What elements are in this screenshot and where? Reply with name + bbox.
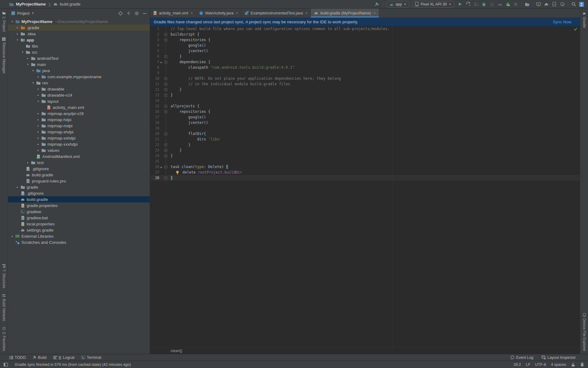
avd-manager-button[interactable] — [550, 1, 558, 8]
expand-arrow-icon[interactable]: ▾ — [20, 51, 25, 54]
close-icon[interactable]: × — [190, 11, 193, 15]
tree-item-main[interactable]: ▾main — [8, 61, 150, 67]
tree-item-gitignore[interactable]: .gitignore — [8, 166, 150, 172]
tree-item-myprojectname[interactable]: ▾MyProjectName~/Documents/MyProjectName — [8, 18, 150, 25]
run-button[interactable] — [456, 1, 464, 8]
fold-cell[interactable]: ⌐ — [164, 55, 168, 58]
expand-arrow-icon[interactable]: ▸ — [15, 26, 20, 29]
toggle-tool-window-bars-icon[interactable] — [4, 363, 8, 366]
profile-button[interactable] — [496, 1, 504, 8]
fold-collapse-icon[interactable]: − — [164, 110, 167, 113]
tool-window-button-event-log[interactable]: Event Log — [510, 355, 533, 360]
stop-button[interactable] — [512, 1, 520, 8]
tree-item-src[interactable]: ▾src — [8, 49, 150, 55]
code-line-15[interactable]: 15−allprojects { — [150, 103, 580, 109]
tree-item-mipmap-mdpi[interactable]: ▸mipmap-mdpi — [8, 123, 150, 129]
tree-item-res[interactable]: ▾res — [8, 80, 150, 86]
expand-arrow-icon[interactable]: ▾ — [10, 20, 15, 23]
attach-debugger-button[interactable] — [504, 1, 512, 8]
tree-item-java[interactable]: ▾java — [8, 67, 150, 74]
expand-arrow-icon[interactable]: ▸ — [36, 87, 41, 90]
tab-build-gradle-myprojectname[interactable]: build.gradle (MyProjectName)× — [311, 9, 379, 17]
tool-button-resource-manager[interactable]: Resource Manager — [2, 35, 6, 76]
tool-button-build-variants[interactable]: Build Variants — [2, 291, 6, 324]
search-everywhere-button[interactable] — [570, 1, 578, 8]
code-line-11[interactable]: 11⌐ // in the individual module build.gr… — [150, 81, 580, 87]
tree-item-mipmap-xxxhdpi[interactable]: ▸mipmap-xxxhdpi — [8, 141, 150, 147]
line-separator[interactable]: LF — [526, 362, 530, 367]
fold-end-icon[interactable]: ⌐ — [164, 55, 167, 58]
apply-code-changes-button[interactable] — [472, 1, 480, 8]
fold-collapse-icon[interactable]: − — [164, 33, 167, 36]
sync-project-gradle-button[interactable] — [542, 1, 550, 8]
fold-end-icon[interactable]: ⌐ — [164, 83, 167, 86]
tool-window-button-layout-inspector[interactable]: Layout Inspector — [541, 355, 576, 360]
tree-item-layout[interactable]: ▾layout — [8, 98, 150, 104]
run-task-icon[interactable]: ▶ — [160, 61, 162, 64]
tree-item-build-gradle[interactable]: build.gradle — [8, 172, 150, 178]
expand-arrow-icon[interactable]: ▾ — [31, 81, 36, 84]
code-line-19[interactable]: 19 — [150, 125, 580, 131]
fold-end-icon[interactable]: ⌐ — [164, 88, 167, 91]
expand-arrow-icon[interactable]: ▾ — [25, 63, 30, 66]
tree-item-proguard-rules-pro[interactable]: proguard-rules.pro — [8, 178, 150, 184]
tree-item-scratches-and-consoles[interactable]: Scratches and Consoles — [8, 239, 150, 245]
fold-cell[interactable]: ⌐ — [164, 149, 168, 152]
run-gutter-icon[interactable]: ▶ — [159, 59, 164, 65]
run-gutter-icon[interactable]: ▶ — [159, 164, 164, 170]
tool-window-button-build[interactable]: Build — [32, 355, 47, 360]
expand-arrow-icon[interactable]: ▾ — [31, 69, 36, 72]
fold-cell[interactable]: − — [164, 61, 168, 63]
indent-style[interactable]: 4 spaces — [551, 362, 566, 367]
tree-item-androidtest[interactable]: ▸androidTest — [8, 55, 150, 61]
tree-item-local-properties[interactable]: local.properties — [8, 221, 150, 227]
tree-item-build-gradle[interactable]: build.gradle — [8, 196, 150, 202]
code-line-16[interactable]: 16− repositories { — [150, 109, 580, 114]
device-manager-button[interactable] — [534, 1, 542, 8]
close-icon[interactable]: × — [374, 11, 376, 15]
fold-cell[interactable]: ⌐ — [164, 155, 168, 157]
tree-item-mipmap-anydpi-v26[interactable]: ▸mipmap-anydpi-v26 — [8, 110, 150, 117]
sdk-manager-button[interactable] — [558, 1, 566, 8]
tool-window-button-todo[interactable]: TODO — [9, 355, 26, 360]
build-project-button[interactable] — [373, 1, 381, 8]
tool-window-button-terminal[interactable]: Terminal — [81, 355, 101, 360]
fold-cell[interactable]: ⌐ — [164, 83, 168, 86]
fold-cell[interactable]: − — [164, 105, 168, 108]
code-line-17[interactable]: 17 google() — [150, 114, 580, 120]
tree-item-libs[interactable]: libs — [8, 43, 150, 49]
run-configuration-select[interactable]: app ▼ — [386, 1, 410, 8]
hide-panel-icon[interactable] — [143, 11, 147, 15]
tree-item-gradlew[interactable]: gradlew — [8, 209, 150, 215]
tree-item-gradlew-bat[interactable]: gradlew.bat — [8, 215, 150, 221]
fold-cell[interactable]: ⌐ — [164, 94, 168, 97]
tree-item-androidmanifest-xml[interactable]: MFAndroidManifest.xml — [8, 153, 150, 159]
tab-mainactivity-java[interactable]: CMainActivity.java× — [196, 9, 241, 17]
code-line-9[interactable]: 9 — [150, 70, 580, 76]
apply-changes-button[interactable]: A — [464, 1, 472, 8]
tree-item-mipmap-hdpi[interactable]: ▸mipmap-hdpi — [8, 117, 150, 123]
tree-item-mipmap-xxhdpi[interactable]: ▸mipmap-xxhdpi — [8, 135, 150, 141]
fold-collapse-icon[interactable]: − — [164, 105, 167, 108]
collapse-all-icon[interactable] — [126, 11, 131, 15]
expand-arrow-icon[interactable]: ▸ — [36, 130, 41, 133]
tab-activity-main-xml[interactable]: <>activity_main.xml× — [150, 9, 196, 17]
code-line-26[interactable]: 26▶−task clean(type: Delete) { — [150, 164, 580, 170]
expand-arrow-icon[interactable]: ▸ — [36, 143, 41, 146]
tree-item-drawable-v24[interactable]: ▸drawable-v24 — [8, 92, 150, 98]
code-line-20[interactable]: 20− flatDir{ — [150, 131, 580, 136]
tree-item-drawable[interactable]: ▸drawable — [8, 86, 150, 92]
fold-cell[interactable]: − — [164, 132, 168, 135]
code-line-22[interactable]: 22⌐ } — [150, 142, 580, 148]
code-line-4[interactable]: 4 google() — [150, 43, 580, 48]
tree-item-mipmap-xhdpi[interactable]: ▸mipmap-xhdpi — [8, 129, 150, 135]
caret-position[interactable]: 28:2 — [514, 362, 521, 367]
intention-bulb-icon[interactable] — [176, 171, 179, 174]
code-line-8[interactable]: 8 classpath "com.android.tools.build:gra… — [150, 65, 580, 70]
code-line-27[interactable]: 27 delete rootProject.buildDir — [150, 170, 580, 175]
tree-item-app[interactable]: ▾app — [8, 37, 150, 43]
expand-arrow-icon[interactable]: ▸ — [36, 118, 41, 121]
expand-arrow-icon[interactable]: ▸ — [25, 161, 30, 164]
code-editor[interactable]: 1// Top-level build file where you can a… — [150, 26, 580, 347]
tree-item-values[interactable]: ▸values — [8, 147, 150, 153]
